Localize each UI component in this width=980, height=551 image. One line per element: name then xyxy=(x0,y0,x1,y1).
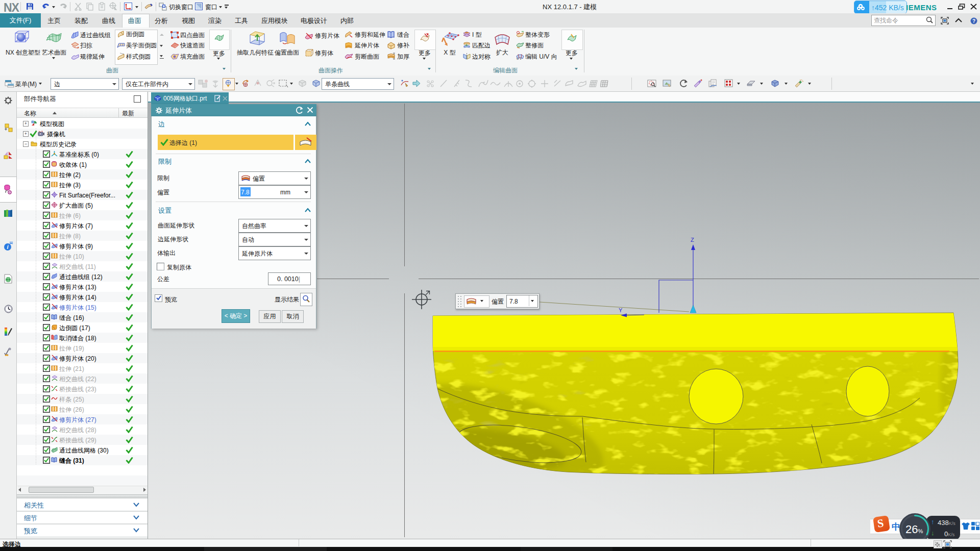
svg-text:?: ? xyxy=(972,18,975,24)
svg-text:U V: U V xyxy=(517,57,522,60)
svg-text:Z: Z xyxy=(691,237,694,243)
svg-text:Y: Y xyxy=(619,307,623,313)
